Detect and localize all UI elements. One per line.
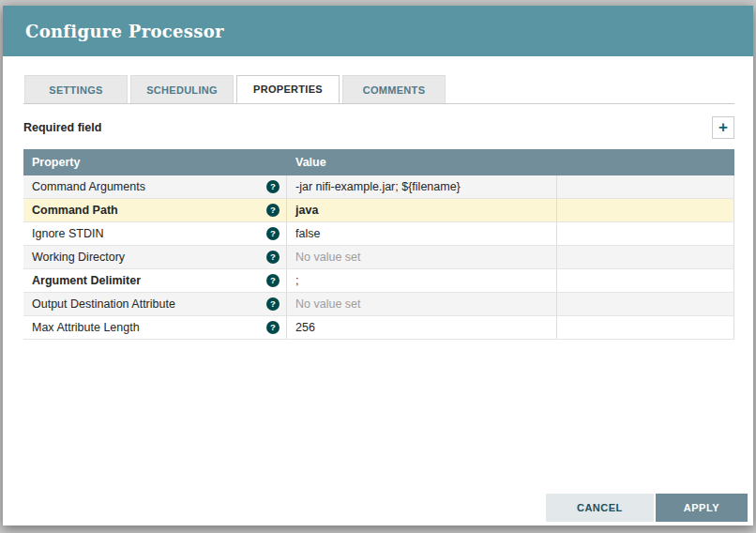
tab-settings[interactable]: SETTINGS bbox=[24, 75, 128, 103]
tab-comments[interactable]: COMMENTS bbox=[342, 75, 446, 103]
property-name: Max Attribute Length bbox=[32, 321, 140, 334]
tab-properties-label: PROPERTIES bbox=[253, 84, 323, 95]
cancel-button[interactable]: CANCEL bbox=[546, 494, 654, 522]
table-row[interactable]: Output Destination Attribute ? No value … bbox=[23, 293, 734, 316]
tab-scheduling-label: SCHEDULING bbox=[146, 84, 218, 96]
row-extra-cell bbox=[557, 269, 734, 292]
help-icon[interactable]: ? bbox=[266, 321, 280, 334]
row-extra-cell bbox=[557, 316, 734, 339]
row-extra-cell bbox=[557, 293, 734, 315]
help-icon[interactable]: ? bbox=[266, 204, 280, 217]
tab-comments-label: COMMENTS bbox=[363, 84, 426, 96]
property-value: ; bbox=[295, 274, 298, 287]
property-name: Output Destination Attribute bbox=[32, 297, 175, 311]
table-row[interactable]: Working Directory ? No value set bbox=[23, 246, 734, 269]
add-property-button[interactable]: + bbox=[712, 116, 734, 139]
property-name: Ignore STDIN bbox=[32, 227, 103, 240]
help-icon[interactable]: ? bbox=[266, 274, 280, 287]
row-extra-cell bbox=[557, 199, 734, 221]
help-icon[interactable]: ? bbox=[266, 251, 280, 264]
property-value: No value set bbox=[295, 251, 360, 264]
property-name: Command Path bbox=[32, 204, 118, 217]
apply-button[interactable]: APPLY bbox=[656, 494, 748, 522]
column-header-value: Value bbox=[287, 156, 557, 169]
property-name: Working Directory bbox=[32, 251, 125, 264]
help-icon[interactable]: ? bbox=[266, 227, 280, 240]
property-name: Command Arguments bbox=[32, 180, 145, 193]
help-icon[interactable]: ? bbox=[266, 297, 280, 311]
row-extra-cell bbox=[557, 222, 734, 245]
table-row[interactable]: Ignore STDIN ? false bbox=[23, 222, 734, 246]
dialog-header: Configure Processor bbox=[3, 6, 753, 56]
column-header-property: Property bbox=[23, 156, 287, 169]
properties-toolbar: Required field + bbox=[23, 115, 734, 140]
row-extra-cell bbox=[557, 246, 734, 268]
dialog-body: SETTINGS SCHEDULING PROPERTIES COMMENTS … bbox=[3, 56, 753, 525]
table-header-row: Property Value bbox=[23, 149, 734, 175]
table-row[interactable]: Max Attribute Length ? 256 bbox=[23, 316, 734, 340]
tab-settings-label: SETTINGS bbox=[49, 84, 102, 96]
tab-properties[interactable]: PROPERTIES bbox=[236, 75, 340, 103]
dialog-title: Configure Processor bbox=[25, 22, 224, 41]
property-value: false bbox=[295, 227, 320, 240]
dialog-footer: CANCEL APPLY bbox=[546, 494, 748, 522]
configure-processor-dialog: Configure Processor SETTINGS SCHEDULING … bbox=[3, 6, 753, 525]
table-row[interactable]: Command Path ? java bbox=[23, 199, 734, 222]
row-extra-cell bbox=[557, 175, 734, 198]
property-name: Argument Delimiter bbox=[32, 274, 141, 287]
required-field-label: Required field bbox=[23, 121, 101, 134]
properties-table: Property Value Command Arguments ? -jar … bbox=[23, 149, 734, 340]
property-value: 256 bbox=[295, 321, 315, 334]
tab-bar: SETTINGS SCHEDULING PROPERTIES COMMENTS bbox=[23, 75, 734, 104]
table-row[interactable]: Command Arguments ? -jar nifi-example.ja… bbox=[23, 175, 734, 199]
property-value: No value set bbox=[295, 297, 360, 311]
property-value: -jar nifi-example.jar; ${filename} bbox=[295, 180, 461, 193]
help-icon[interactable]: ? bbox=[266, 180, 280, 193]
tab-scheduling[interactable]: SCHEDULING bbox=[130, 75, 234, 103]
property-value: java bbox=[295, 204, 318, 217]
plus-icon: + bbox=[718, 119, 728, 135]
table-row[interactable]: Argument Delimiter ? ; bbox=[23, 269, 734, 293]
